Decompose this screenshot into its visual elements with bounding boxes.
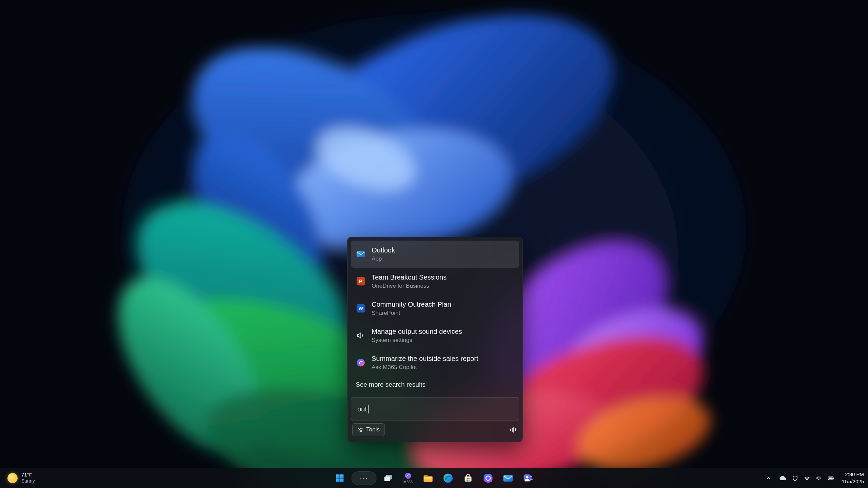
search-panel-footer: Tools xyxy=(352,423,517,436)
result-title: Manage output sound devices xyxy=(372,328,462,336)
result-title: Team Breakout Sessions xyxy=(372,273,447,281)
search-result-copilot-summarize[interactable]: Summarize the outside sales report Ask M… xyxy=(351,349,519,376)
weather-widget[interactable]: 71°F Sunny xyxy=(4,470,38,486)
search-results-list: Outlook App P Team Breakout Sessions One… xyxy=(351,241,519,376)
svg-text:W: W xyxy=(358,306,363,311)
weather-temperature: 71°F xyxy=(21,472,32,478)
copilot-app-icon xyxy=(483,473,494,484)
m365-copilot-icon xyxy=(405,472,412,480)
edge-icon xyxy=(443,473,454,484)
task-view-button[interactable] xyxy=(380,470,397,486)
search-flyout: Outlook App P Team Breakout Sessions One… xyxy=(347,237,523,442)
wifi-tray-button[interactable] xyxy=(803,474,811,482)
file-explorer-icon xyxy=(423,473,434,484)
result-title: Community Outreach Plan xyxy=(372,301,451,308)
taskbar: 71°F Sunny ··· xyxy=(0,468,868,488)
m365-copilot-button[interactable]: M365 xyxy=(400,470,417,486)
svg-text:P: P xyxy=(359,279,362,284)
clock[interactable]: 2:30 PM 11/5/2025 xyxy=(842,471,864,485)
search-result-team-breakout-sessions[interactable]: P Team Breakout Sessions OneDrive for Bu… xyxy=(351,268,519,295)
search-result-outlook[interactable]: Outlook App xyxy=(351,241,519,268)
search-box[interactable]: ··· xyxy=(352,471,377,485)
powerpoint-icon: P xyxy=(356,276,366,286)
search-input[interactable]: out xyxy=(351,397,519,421)
chevron-up-icon xyxy=(765,475,772,482)
search-pill-glyph: ··· xyxy=(360,474,368,482)
see-more-search-results-link[interactable]: See more search results xyxy=(356,381,514,388)
task-view-icon xyxy=(383,473,393,483)
volume-icon xyxy=(815,474,823,482)
volume-tray-button[interactable] xyxy=(815,474,823,482)
shield-icon xyxy=(791,474,799,482)
system-tray: 2:30 PM 11/5/2025 xyxy=(765,468,864,488)
result-subtitle: SharePoint xyxy=(372,310,451,317)
text-caret xyxy=(368,405,369,413)
windows-logo-icon xyxy=(335,473,345,483)
outlook-icon xyxy=(356,249,366,259)
search-result-manage-output-sound-devices[interactable]: Manage output sound devices System setti… xyxy=(351,322,519,349)
result-subtitle: App xyxy=(372,256,395,262)
start-button[interactable] xyxy=(332,470,349,486)
search-result-community-outreach-plan[interactable]: W Community Outreach Plan SharePoint xyxy=(351,295,519,322)
taskbar-center: ··· xyxy=(332,468,537,488)
clock-date: 11/5/2025 xyxy=(842,478,864,485)
hidden-icons-button[interactable] xyxy=(765,475,772,482)
file-explorer-button[interactable] xyxy=(420,470,437,486)
windows-security-tray-button[interactable] xyxy=(791,474,799,482)
copilot-icon xyxy=(356,358,366,368)
result-subtitle: OneDrive for Business xyxy=(372,283,447,289)
audio-bars-icon xyxy=(509,426,517,434)
outlook-button[interactable] xyxy=(500,470,517,486)
tools-label: Tools xyxy=(366,426,380,433)
copilot-button[interactable] xyxy=(480,470,497,486)
microsoft-store-icon xyxy=(463,473,474,484)
search-query-text: out xyxy=(357,405,367,413)
m365-badge: M365 xyxy=(403,480,413,484)
microsoft-store-button[interactable] xyxy=(460,470,477,486)
onedrive-tray-button[interactable] xyxy=(779,474,787,482)
outlook-app-icon xyxy=(503,473,514,484)
result-title: Outlook xyxy=(372,246,395,254)
battery-tray-button[interactable] xyxy=(827,474,835,482)
clock-time: 2:30 PM xyxy=(845,471,864,478)
filters-icon xyxy=(357,427,363,433)
weather-condition: Sunny xyxy=(21,478,35,484)
teams-button[interactable] xyxy=(520,470,537,486)
result-subtitle: System settings xyxy=(372,337,462,344)
result-title: Summarize the outside sales report xyxy=(372,355,478,363)
tools-button[interactable]: Tools xyxy=(352,423,385,436)
edge-button[interactable] xyxy=(440,470,457,486)
voice-search-button[interactable] xyxy=(509,426,517,434)
speaker-icon xyxy=(356,330,366,341)
onedrive-cloud-icon xyxy=(779,474,787,482)
desktop[interactable]: Outlook App P Team Breakout Sessions One… xyxy=(0,0,868,488)
battery-icon xyxy=(827,474,835,482)
teams-icon xyxy=(523,473,534,484)
wifi-icon xyxy=(803,474,811,482)
result-subtitle: Ask M365 Copilot xyxy=(372,364,478,371)
sun-icon xyxy=(7,473,18,483)
word-icon: W xyxy=(356,303,366,313)
